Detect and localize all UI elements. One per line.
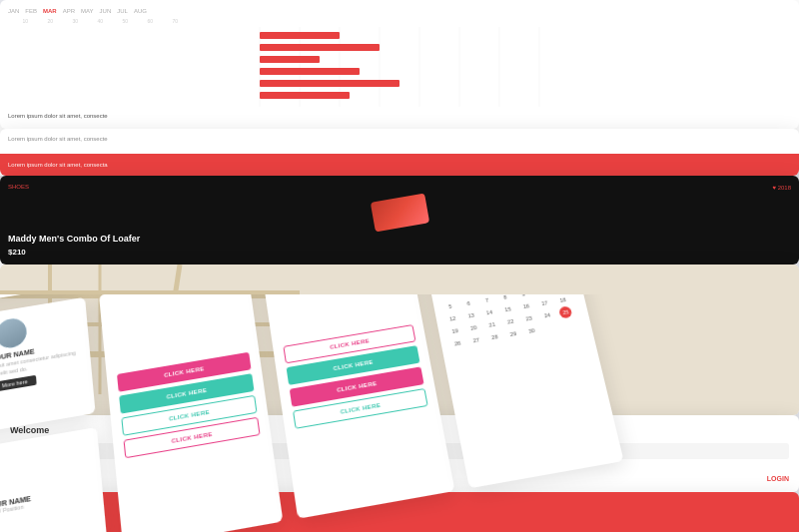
bc-jul[interactable]: JUL <box>117 8 128 14</box>
axis-val: 10 <box>8 18 28 24</box>
cal-day[interactable]: 7 <box>479 293 493 306</box>
cal-day[interactable]: 13 <box>464 309 478 322</box>
lorem-paragraph: Lorem ipsum dolor sit amet, consecte <box>8 135 791 144</box>
axis-val: 20 <box>33 18 53 24</box>
bc-aug[interactable]: AUG <box>134 8 147 14</box>
cal-day[interactable]: 30 <box>524 324 538 337</box>
card-lorem-bar: Lorem ipsum dolor sit amet, consecte Lor… <box>0 129 799 176</box>
card-buttons-primary: CLICK HERE CLICK HERE CLICK HERE CLICK H… <box>99 270 283 532</box>
card-shoe-product: Shoes ♥ 2018 Maddy Men's Combo Of Loafer… <box>0 176 799 265</box>
cal-day[interactable]: 29 <box>506 327 520 340</box>
cal-day[interactable]: 16 <box>519 299 533 312</box>
card-profile-secondary: YOUR NAME Role / Position <box>0 427 108 532</box>
bar-chart-svg <box>8 27 791 107</box>
cal-day[interactable]: 26 <box>450 336 464 350</box>
bar-h <box>260 80 400 87</box>
bar-h <box>260 92 350 99</box>
lorem-text: Lorem ipsum dolor sit amet, consecte <box>8 112 791 121</box>
bc-jan[interactable]: JAN <box>8 8 19 14</box>
cal-day[interactable]: 24 <box>540 308 554 321</box>
cal-day[interactable]: 14 <box>482 305 496 318</box>
bc-feb[interactable]: FEB <box>25 8 37 14</box>
axis-val: 30 <box>58 18 78 24</box>
red-bar: Lorem ipsum dolor sit amet, consecta <box>0 154 799 176</box>
shoe-category-label: Shoes <box>8 184 29 190</box>
shoe-image-area <box>8 195 791 230</box>
red-bar-text: Lorem ipsum dolor sit amet, consecta <box>8 162 108 168</box>
cal-day[interactable] <box>543 321 557 334</box>
cal-day[interactable]: 22 <box>503 315 517 328</box>
lorem-content: Lorem ipsum dolor sit amet, consecte <box>0 129 799 154</box>
cal-day[interactable]: 6 <box>461 296 475 309</box>
cal-day[interactable]: 19 <box>448 324 462 337</box>
shoe-image <box>370 193 428 232</box>
cal-day-today[interactable]: 25 <box>558 305 572 318</box>
bc-apr[interactable]: APR <box>63 8 75 14</box>
card-profile-main: YOUR NAME Lorem ipsum dolor sit amet con… <box>0 297 96 440</box>
cal-day[interactable]: 27 <box>469 333 483 347</box>
shoe-price: $210 <box>8 248 791 257</box>
shoe-name: Maddy Men's Combo Of Loafer <box>8 234 791 245</box>
bc-jun[interactable]: JUN <box>100 8 112 14</box>
profile-avatar <box>0 316 28 350</box>
cal-day[interactable]: 15 <box>500 302 514 315</box>
bc-may[interactable]: MAY <box>81 8 94 14</box>
bar-h <box>260 44 380 51</box>
cal-day[interactable]: 18 <box>555 293 569 306</box>
axis-val: 60 <box>133 18 153 24</box>
shoe-header: Shoes ♥ 2018 <box>8 184 791 192</box>
cal-day[interactable]: 12 <box>445 312 459 325</box>
shoe-heart: ♥ 2018 <box>772 185 791 191</box>
axis-val: 70 <box>158 18 178 24</box>
cal-day[interactable]: 5 <box>443 299 457 312</box>
cal-day[interactable]: 21 <box>485 318 499 331</box>
bar-h <box>260 56 320 63</box>
profile-more-button[interactable]: More here <box>0 375 36 392</box>
axis-val: 40 <box>83 18 103 24</box>
bc-mar-active[interactable]: MAR <box>43 8 57 14</box>
axis-labels: 10 20 30 40 50 60 70 <box>8 18 791 24</box>
cal-day[interactable]: 28 <box>487 330 501 344</box>
card-bar-chart: JAN FEB MAR APR MAY JUN JUL AUG 10 20 30… <box>0 0 799 129</box>
profile2-info: YOUR NAME Role / Position <box>0 494 32 516</box>
bar-h <box>260 32 340 39</box>
axis-val: 50 <box>108 18 128 24</box>
scene: PRODUCT NAME Discvre praesent, 295,- REA… <box>0 0 799 532</box>
bar-chart-months: JAN FEB MAR APR MAY JUN JUL AUG <box>8 8 791 14</box>
bar-h <box>260 68 360 75</box>
cal-day[interactable]: 23 <box>521 311 535 324</box>
cal-day[interactable]: 20 <box>466 321 480 334</box>
cal-day[interactable]: 17 <box>537 296 551 309</box>
